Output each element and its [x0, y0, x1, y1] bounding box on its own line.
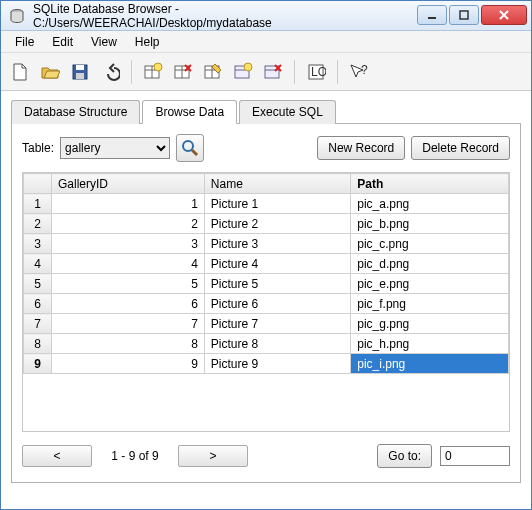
row-number[interactable]: 8	[24, 334, 52, 354]
minimize-button[interactable]	[417, 5, 447, 25]
data-grid[interactable]: GalleryID Name Path 11Picture 1pic_a.png…	[22, 172, 510, 432]
cell-name[interactable]: Picture 4	[204, 254, 350, 274]
svg-line-31	[192, 150, 197, 155]
cell-path[interactable]: pic_a.png	[351, 194, 509, 214]
col-name[interactable]: Name	[204, 174, 350, 194]
cell-id[interactable]: 7	[52, 314, 205, 334]
table-row[interactable]: 44Picture 4pic_d.png	[24, 254, 509, 274]
goto-input[interactable]	[440, 446, 510, 466]
cell-name[interactable]: Picture 9	[204, 354, 350, 374]
menu-file[interactable]: File	[7, 33, 42, 51]
whatsthis-icon[interactable]: ?	[346, 59, 372, 85]
cell-id[interactable]: 6	[52, 294, 205, 314]
svg-text:LOG: LOG	[311, 65, 326, 79]
menu-view[interactable]: View	[83, 33, 125, 51]
svg-rect-6	[76, 65, 84, 70]
search-button[interactable]	[176, 134, 204, 162]
row-number[interactable]: 5	[24, 274, 52, 294]
row-number[interactable]: 2	[24, 214, 52, 234]
cell-name[interactable]: Picture 3	[204, 234, 350, 254]
cell-path[interactable]: pic_b.png	[351, 214, 509, 234]
create-index-icon[interactable]	[230, 59, 256, 85]
modify-table-icon[interactable]	[200, 59, 226, 85]
tab-structure[interactable]: Database Structure	[11, 100, 140, 124]
cell-name[interactable]: Picture 5	[204, 274, 350, 294]
cell-name[interactable]: Picture 8	[204, 334, 350, 354]
cell-name[interactable]: Picture 1	[204, 194, 350, 214]
log-icon[interactable]: LOG	[303, 59, 329, 85]
row-number[interactable]: 3	[24, 234, 52, 254]
row-number[interactable]: 4	[24, 254, 52, 274]
toolbar-separator-2	[294, 60, 295, 84]
cell-id[interactable]: 2	[52, 214, 205, 234]
cell-path[interactable]: pic_h.png	[351, 334, 509, 354]
table-select[interactable]: gallery	[60, 137, 170, 159]
col-path[interactable]: Path	[351, 174, 509, 194]
col-galleryid[interactable]: GalleryID	[52, 174, 205, 194]
cell-id[interactable]: 5	[52, 274, 205, 294]
new-file-icon[interactable]	[7, 59, 33, 85]
svg-point-30	[183, 141, 193, 151]
row-number[interactable]: 7	[24, 314, 52, 334]
tabs: Database Structure Browse Data Execute S…	[11, 99, 521, 124]
new-record-button[interactable]: New Record	[317, 136, 405, 160]
cell-id[interactable]: 1	[52, 194, 205, 214]
undo-icon[interactable]	[97, 59, 123, 85]
toolbar-separator	[131, 60, 132, 84]
svg-rect-2	[460, 11, 468, 19]
cell-path[interactable]: pic_e.png	[351, 274, 509, 294]
table-row[interactable]: 66Picture 6pic_f.png	[24, 294, 509, 314]
titlebar: SQLite Database Browser - C:/Users/WEERA…	[1, 1, 531, 31]
row-number[interactable]: 9	[24, 354, 52, 374]
table-row[interactable]: 55Picture 5pic_e.png	[24, 274, 509, 294]
cell-path[interactable]: pic_g.png	[351, 314, 509, 334]
svg-rect-7	[76, 73, 84, 79]
tab-execute[interactable]: Execute SQL	[239, 100, 336, 124]
cell-path[interactable]: pic_c.png	[351, 234, 509, 254]
cell-id[interactable]: 8	[52, 334, 205, 354]
table-row[interactable]: 99Picture 9pic_i.png	[24, 354, 509, 374]
delete-record-button[interactable]: Delete Record	[411, 136, 510, 160]
delete-index-icon[interactable]	[260, 59, 286, 85]
app-icon	[7, 6, 27, 26]
menubar: File Edit View Help	[1, 31, 531, 53]
table-row[interactable]: 33Picture 3pic_c.png	[24, 234, 509, 254]
svg-text:?: ?	[361, 63, 368, 77]
cell-name[interactable]: Picture 2	[204, 214, 350, 234]
cell-id[interactable]: 3	[52, 234, 205, 254]
next-button[interactable]: >	[178, 445, 248, 467]
svg-point-11	[154, 63, 162, 71]
prev-button[interactable]: <	[22, 445, 92, 467]
row-number[interactable]: 1	[24, 194, 52, 214]
delete-table-icon[interactable]	[170, 59, 196, 85]
save-icon[interactable]	[67, 59, 93, 85]
table-row[interactable]: 88Picture 8pic_h.png	[24, 334, 509, 354]
toolbar-separator-3	[337, 60, 338, 84]
cell-name[interactable]: Picture 7	[204, 314, 350, 334]
cell-path[interactable]: pic_d.png	[351, 254, 509, 274]
window-title: SQLite Database Browser - C:/Users/WEERA…	[33, 2, 415, 30]
goto-button[interactable]: Go to:	[377, 444, 432, 468]
create-table-icon[interactable]	[140, 59, 166, 85]
tab-browse[interactable]: Browse Data	[142, 100, 237, 124]
toolbar: LOG ?	[1, 53, 531, 91]
cell-id[interactable]: 9	[52, 354, 205, 374]
table-row[interactable]: 77Picture 7pic_g.png	[24, 314, 509, 334]
close-button[interactable]	[481, 5, 527, 25]
table-row[interactable]: 22Picture 2pic_b.png	[24, 214, 509, 234]
maximize-button[interactable]	[449, 5, 479, 25]
table-label: Table:	[22, 141, 54, 155]
magnifier-icon	[181, 139, 199, 157]
cell-path[interactable]: pic_f.png	[351, 294, 509, 314]
row-number[interactable]: 6	[24, 294, 52, 314]
menu-help[interactable]: Help	[127, 33, 168, 51]
col-rownum[interactable]	[24, 174, 52, 194]
svg-point-22	[244, 63, 252, 71]
menu-edit[interactable]: Edit	[44, 33, 81, 51]
cell-name[interactable]: Picture 6	[204, 294, 350, 314]
open-file-icon[interactable]	[37, 59, 63, 85]
browse-pane: Table: gallery New Record Delete Record …	[11, 124, 521, 483]
cell-id[interactable]: 4	[52, 254, 205, 274]
table-row[interactable]: 11Picture 1pic_a.png	[24, 194, 509, 214]
cell-path[interactable]: pic_i.png	[351, 354, 509, 374]
